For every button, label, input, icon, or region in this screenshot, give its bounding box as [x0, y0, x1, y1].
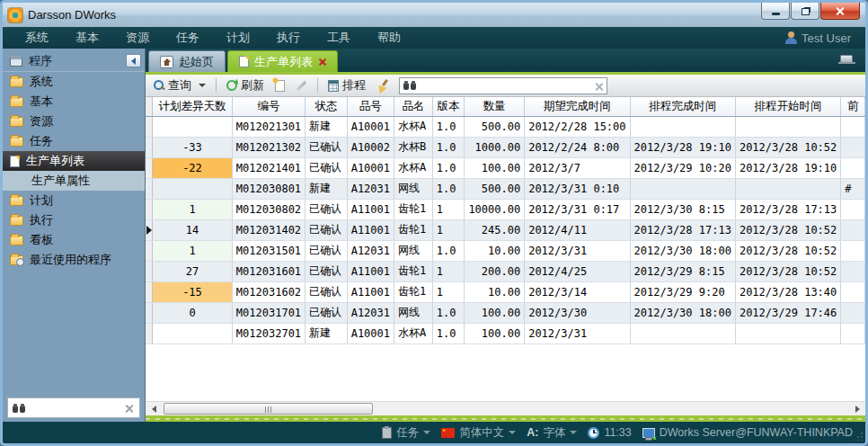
- cell-pn[interactable]: A10001: [347, 157, 394, 178]
- cell-status[interactable]: 新建: [306, 116, 348, 137]
- sidebar-item-执行[interactable]: 执行: [3, 210, 145, 230]
- cell-extra[interactable]: [841, 116, 865, 137]
- cell-end[interactable]: 2012/3/29 10:20: [630, 157, 735, 178]
- toolbar-search-box[interactable]: [399, 77, 607, 94]
- column-header-9[interactable]: 排程完成时间: [630, 97, 735, 116]
- cell-end[interactable]: 2012/3/28 17:13: [630, 219, 735, 240]
- table-row[interactable]: 27M012031601已确认A11001齿轮11200.002012/4/25…: [146, 261, 865, 281]
- schedule-button[interactable]: 排程: [325, 76, 368, 94]
- table-row[interactable]: -33M012021302已确认A10002水杯B1.01000.002012/…: [146, 137, 865, 157]
- table-row[interactable]: -15M012031602已确认A11001齿轮1110.002012/3/14…: [146, 281, 865, 302]
- tab-start-page[interactable]: 起始页: [148, 50, 226, 72]
- cell-name[interactable]: 网线: [394, 178, 433, 199]
- cell-qty[interactable]: 10.00: [465, 281, 525, 302]
- cell-qty[interactable]: 100.00: [465, 323, 525, 343]
- cell-ver[interactable]: 1.0: [432, 137, 465, 157]
- cell-diff[interactable]: 14: [153, 219, 233, 240]
- cell-name[interactable]: 水杯A: [394, 116, 433, 137]
- menu-item[interactable]: 工具: [314, 28, 364, 48]
- sidebar-item-任务[interactable]: 任务: [3, 131, 145, 151]
- cell-end[interactable]: 2012/3/29 8:15: [630, 261, 735, 281]
- sidebar-search[interactable]: [7, 397, 140, 418]
- menu-item[interactable]: 任务: [163, 28, 213, 48]
- horizontal-scrollbar[interactable]: [146, 401, 865, 415]
- cell-no[interactable]: M012031601: [232, 261, 305, 281]
- cell-ver[interactable]: 1: [432, 219, 465, 240]
- cell-diff[interactable]: -33: [153, 137, 233, 157]
- cell-start[interactable]: 2012/3/29 17:46: [735, 302, 840, 323]
- cell-diff[interactable]: [153, 178, 233, 199]
- resize-grip[interactable]: [855, 433, 863, 441]
- title-bar[interactable]: Darsson DWorks: [3, 3, 865, 27]
- cell-pn[interactable]: A10002: [347, 137, 394, 157]
- cell-due[interactable]: 2012/4/25: [525, 261, 630, 281]
- cell-extra[interactable]: [841, 323, 865, 343]
- cell-no[interactable]: M012030802: [232, 199, 305, 219]
- table-row[interactable]: 0M012031701已确认A12031网线1.0100.002012/3/30…: [146, 302, 865, 323]
- cell-diff[interactable]: 27: [153, 261, 233, 281]
- status-task-menu[interactable]: 任务: [382, 425, 430, 441]
- cell-due[interactable]: 2012/3/31 0:10: [525, 178, 630, 199]
- cell-due[interactable]: 2012/3/7: [525, 157, 630, 178]
- cell-no[interactable]: M012021401: [232, 157, 305, 178]
- cell-end[interactable]: [630, 323, 735, 343]
- cell-qty[interactable]: 10.00: [465, 240, 525, 261]
- cell-qty[interactable]: 10000.00: [465, 199, 525, 219]
- cell-start[interactable]: 2012/3/28 10:52: [735, 240, 840, 261]
- cell-pn[interactable]: A11001: [347, 261, 394, 281]
- cell-start[interactable]: [735, 116, 840, 137]
- status-language-menu[interactable]: 简体中文: [441, 425, 516, 441]
- cell-status[interactable]: 已确认: [306, 240, 348, 261]
- tab-close-button[interactable]: [318, 55, 326, 68]
- column-header-1[interactable]: 计划差异天数: [153, 97, 233, 116]
- cell-name[interactable]: 水杯A: [394, 323, 433, 343]
- cell-status[interactable]: 新建: [306, 178, 348, 199]
- cell-status[interactable]: 已确认: [306, 157, 348, 178]
- cell-pn[interactable]: A12031: [347, 178, 394, 199]
- cell-qty[interactable]: 500.00: [465, 178, 525, 199]
- sidebar-search-clear-button[interactable]: [125, 400, 135, 416]
- sidebar-item-看板[interactable]: 看板: [3, 230, 145, 250]
- cell-diff[interactable]: -22: [153, 157, 233, 178]
- table-row[interactable]: 14M012031402已确认A11001齿轮11245.002012/4/11…: [146, 219, 865, 240]
- clean-button[interactable]: [374, 78, 392, 93]
- table-row[interactable]: -22M012021401已确认A10001水杯A1.0100.002012/3…: [146, 157, 865, 178]
- cell-status[interactable]: 已确认: [306, 219, 348, 240]
- cell-start[interactable]: [735, 178, 840, 199]
- cell-due[interactable]: 2012/3/14: [525, 281, 630, 302]
- cell-pn[interactable]: A11001: [347, 219, 394, 240]
- cell-ver[interactable]: 1.0: [432, 323, 465, 343]
- cell-start[interactable]: 2012/3/28 13:40: [735, 281, 840, 302]
- cell-due[interactable]: 2012/4/11: [525, 219, 630, 240]
- cell-ver[interactable]: 1.0: [432, 157, 465, 178]
- cell-status[interactable]: 新建: [306, 323, 348, 343]
- cell-name[interactable]: 齿轮1: [394, 219, 433, 240]
- cell-extra[interactable]: [841, 219, 865, 240]
- cell-extra[interactable]: [841, 240, 865, 261]
- scroll-left-button[interactable]: [146, 403, 161, 415]
- cell-diff[interactable]: -15: [153, 281, 233, 302]
- edit-button[interactable]: [293, 84, 310, 88]
- cell-no[interactable]: M012021302: [232, 137, 305, 157]
- cell-qty[interactable]: 100.00: [465, 157, 525, 178]
- cell-diff[interactable]: 1: [153, 199, 233, 219]
- menu-item[interactable]: 帮助: [364, 28, 414, 48]
- cell-ver[interactable]: 1: [432, 281, 465, 302]
- cell-name[interactable]: 水杯B: [394, 137, 433, 157]
- refresh-button[interactable]: 刷新: [224, 76, 267, 94]
- tab-production-order-list[interactable]: 生产单列表: [227, 50, 338, 72]
- column-header-7[interactable]: 数量: [465, 97, 525, 116]
- pin-panel-icon[interactable]: [840, 55, 853, 63]
- cell-end[interactable]: 2012/3/30 18:00: [630, 240, 735, 261]
- cell-diff[interactable]: [153, 116, 233, 137]
- cell-status[interactable]: 已确认: [306, 281, 348, 302]
- minimize-button[interactable]: [761, 3, 790, 20]
- cell-extra[interactable]: [841, 281, 865, 302]
- query-button[interactable]: 查询: [151, 76, 208, 94]
- sidebar-item-基本[interactable]: 基本: [3, 92, 145, 112]
- cell-start[interactable]: 2012/3/28 17:13: [735, 199, 840, 219]
- cell-qty[interactable]: 500.00: [465, 116, 525, 137]
- cell-ver[interactable]: 1.0: [432, 240, 465, 261]
- user-area[interactable]: Test User: [785, 31, 856, 45]
- cell-status[interactable]: 已确认: [306, 137, 348, 157]
